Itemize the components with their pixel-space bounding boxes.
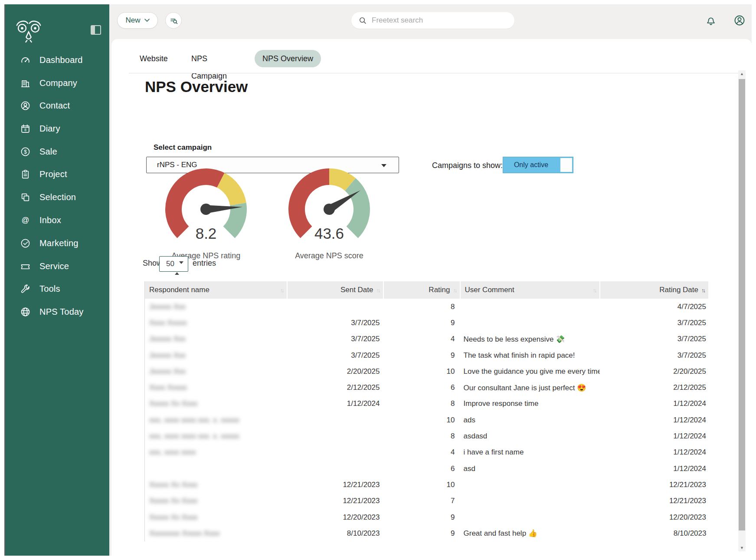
- redacted-name: Jxxxxx Xxx: [149, 367, 186, 376]
- account-button[interactable]: [733, 13, 746, 27]
- sidebar-item-sale[interactable]: $ Sale: [5, 142, 109, 161]
- table-row[interactable]: Jxxxxx Xxx84/7/2025: [145, 299, 708, 315]
- main-panel: Website NPS Campaign NPS Overview NPS Ov…: [111, 39, 752, 556]
- cell-rating: 10: [383, 363, 460, 379]
- cell-sent-date: [287, 299, 383, 315]
- cell-rating: 9: [383, 525, 460, 541]
- topbar: New: [109, 4, 752, 39]
- scroll-up-arrow-icon[interactable]: ▲: [738, 70, 746, 77]
- campaigns-to-show-label: Campaigns to show:: [393, 161, 503, 170]
- search-input[interactable]: [372, 16, 514, 25]
- sidebar-item-marketing[interactable]: Marketing: [5, 234, 109, 252]
- column-header-rating-date[interactable]: Rating Date↑↓: [600, 281, 708, 299]
- redacted-name: Jxxxxx Xxx: [149, 335, 186, 343]
- sidebar: Dashboard Company Contact 8 Diary $ Sale…: [5, 4, 109, 556]
- cell-user-comment: [460, 299, 600, 315]
- svg-text:@: @: [22, 216, 29, 224]
- table-row[interactable]: Xxxxxxxx Xxxxx Xxxx8/10/20239Great and f…: [145, 525, 708, 541]
- person-circle-icon: [20, 100, 31, 111]
- table-row[interactable]: xxx, xxxx xxxx4i have a first name1/12/2…: [145, 445, 708, 461]
- new-button[interactable]: New: [117, 12, 158, 29]
- table-row[interactable]: Xxxxx Xx Xxxx12/21/20231012/21/2023: [145, 477, 708, 493]
- cell-user-comment: asd: [460, 461, 600, 477]
- tabs-divider: [129, 73, 741, 73]
- table-row[interactable]: Xxxxx Xx Xxxx12/21/2023712/21/2023: [145, 493, 708, 509]
- cell-rating: 6: [383, 379, 460, 395]
- table-row[interactable]: Xxxxx Xx Xxxx12/20/2023912/20/2023: [145, 509, 708, 525]
- column-header-user-comment[interactable]: User Comment↑↓: [460, 281, 600, 299]
- table-row[interactable]: Jxxxxx Xxx2/20/202510Love the guidance y…: [145, 363, 708, 379]
- table-row[interactable]: Xxxxx Xx Xxxx1/12/20248Improve response …: [145, 396, 708, 412]
- cell-sent-date: 12/20/2023: [287, 509, 383, 525]
- cell-rating-date: 1/12/2024: [600, 461, 708, 477]
- sidebar-item-nps-today[interactable]: NPS Today: [5, 303, 109, 321]
- cell-user-comment: [460, 477, 600, 493]
- redacted-name: Jxxxxx Xxx: [149, 303, 186, 311]
- sidebar-item-inbox[interactable]: @ Inbox: [5, 211, 109, 229]
- chevron-down-icon: [144, 19, 150, 22]
- sidebar-item-project[interactable]: Project: [5, 165, 109, 183]
- column-header-sent-date[interactable]: Sent Date↑↓: [287, 281, 383, 299]
- sidebar-item-label: Service: [39, 261, 69, 271]
- scrollbar-thumb[interactable]: [739, 79, 745, 530]
- table-row[interactable]: Xxxx Xxxxx2/12/20256Our consultant Jane …: [145, 379, 708, 395]
- sort-icon: ↑↓: [593, 287, 596, 293]
- sidebar-item-label: NPS Today: [39, 307, 84, 317]
- dashboard-icon: [20, 55, 31, 66]
- cell-rating-date: 1/12/2024: [600, 428, 708, 444]
- advanced-search-button[interactable]: [165, 12, 182, 29]
- wrench-icon: [20, 283, 31, 294]
- sidebar-item-service[interactable]: Service: [5, 257, 109, 275]
- cell-sent-date: [287, 412, 383, 428]
- toggle-knob: [560, 158, 572, 172]
- cell-respondent-name: Xxxxx Xx Xxxx: [145, 493, 287, 509]
- tab-website[interactable]: Website: [140, 50, 174, 67]
- table-row[interactable]: Xxxx Xxxxx3/7/202593/7/2025: [145, 315, 708, 331]
- cell-respondent-name: xxx, xxxx xxxx: [145, 445, 287, 461]
- page-title: NPS Overview: [145, 78, 248, 96]
- cell-rating: 7: [383, 493, 460, 509]
- table-row[interactable]: 6asd1/12/2024: [145, 461, 708, 477]
- cell-sent-date: [287, 428, 383, 444]
- sidebar-collapse-icon[interactable]: [91, 25, 101, 35]
- clipboard-icon: [20, 169, 31, 180]
- sidebar-item-diary[interactable]: 8 Diary: [5, 119, 109, 138]
- cell-rating-date: 2/20/2025: [600, 363, 708, 379]
- table-row[interactable]: xxx, xxxx xxxx xxx. x. xxxxx8asdasd1/12/…: [145, 428, 708, 444]
- cell-respondent-name: Xxxxxxxx Xxxxx Xxxx: [145, 525, 287, 541]
- sidebar-item-company[interactable]: Company: [5, 74, 109, 92]
- sidebar-item-label: Marketing: [39, 238, 79, 248]
- cell-respondent-name: Jxxxxx Xxx: [145, 363, 287, 379]
- notifications-button[interactable]: [704, 13, 718, 27]
- sidebar-item-dashboard[interactable]: Dashboard: [5, 51, 109, 69]
- tab-nps-campaign[interactable]: NPS Campaign: [191, 50, 243, 67]
- sidebar-item-label: Sale: [39, 147, 57, 157]
- cell-user-comment: Needs to be less expensive 💸: [460, 331, 600, 347]
- cell-respondent-name: Jxxxxx Xxx: [145, 347, 287, 363]
- sidebar-item-contact[interactable]: Contact: [5, 96, 109, 115]
- cell-rating: 8: [383, 428, 460, 444]
- table-row[interactable]: xxx, xxxx xxxx xxx. x. xxxxx10ads1/12/20…: [145, 412, 708, 428]
- cell-rating-date: 4/7/2025: [600, 299, 708, 315]
- tab-nps-overview[interactable]: NPS Overview: [255, 50, 321, 67]
- column-header-respondent-name[interactable]: Respondent name↑↓: [145, 281, 287, 299]
- cell-rating: 10: [383, 477, 460, 493]
- sidebar-item-label: Tools: [39, 284, 60, 294]
- scroll-down-arrow-icon[interactable]: ▼: [738, 544, 746, 551]
- sidebar-item-selection[interactable]: Selection: [5, 188, 109, 206]
- sidebar-item-tools[interactable]: Tools: [5, 280, 109, 298]
- sidebar-item-label: Selection: [39, 192, 76, 202]
- cell-sent-date: 3/7/2025: [287, 331, 383, 347]
- bell-icon: [705, 14, 717, 26]
- entries-per-page-value: 50: [166, 260, 174, 268]
- cell-rating: 4: [383, 331, 460, 347]
- cell-sent-date: 2/12/2025: [287, 379, 383, 395]
- column-header-rating[interactable]: Rating↑↓: [383, 281, 460, 299]
- table-row[interactable]: Jxxxxx Xxx3/7/20259The task what finish …: [145, 347, 708, 363]
- sort-icon: ↑↓: [701, 287, 704, 293]
- entries-per-page-select[interactable]: 50: [159, 256, 188, 272]
- table-row[interactable]: Jxxxxx Xxx3/7/20254Needs to be less expe…: [145, 331, 708, 347]
- cell-user-comment: [460, 493, 600, 509]
- vertical-scrollbar[interactable]: ▲ ▼: [738, 70, 746, 551]
- only-active-toggle[interactable]: Only active: [503, 157, 573, 173]
